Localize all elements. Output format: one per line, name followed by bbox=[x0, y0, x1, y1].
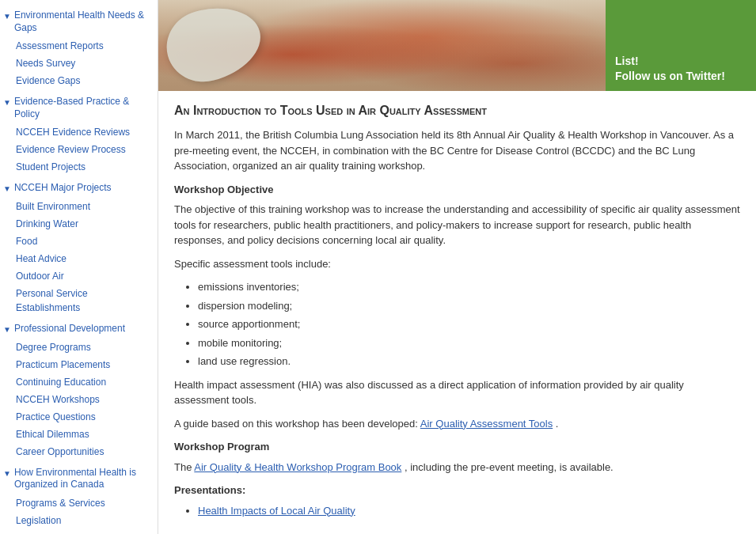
sidebar-item-practice-questions[interactable]: Practice Questions bbox=[13, 408, 158, 426]
sidebar-section-major-projects: ▼NCCEH Major ProjectsBuilt EnvironmentDr… bbox=[0, 179, 158, 316]
program-link[interactable]: Air Quality & Health Workshop Program Bo… bbox=[194, 461, 401, 473]
sidebar-item-programs-services[interactable]: Programs & Services bbox=[13, 494, 158, 512]
banner-visual bbox=[158, 0, 606, 91]
presentation-item-pres-1: Health Impacts of Local Air Quality bbox=[198, 503, 740, 519]
sidebar-item-heat-advice[interactable]: Heat Advice bbox=[13, 250, 158, 267]
tools-list: emissions inventories;dispersion modelin… bbox=[174, 279, 740, 369]
tool-item-3: mobile monitoring; bbox=[198, 335, 740, 351]
sidebar-item-review-process[interactable]: Evidence Review Process bbox=[13, 141, 158, 158]
guide-paragraph: A guide based on this workshop has been … bbox=[174, 416, 740, 432]
guide-link[interactable]: Air Quality Assessment Tools bbox=[420, 418, 553, 430]
sidebar-item-career-opps[interactable]: Career Opportunities bbox=[13, 443, 158, 460]
sidebar-item-food[interactable]: Food bbox=[13, 233, 158, 250]
sidebar-title-major-projects[interactable]: ▼NCCEH Major Projects bbox=[0, 179, 158, 198]
sidebar-title-text: How Environmental Health is Organized in… bbox=[14, 467, 151, 491]
twitter-promo: List! Follow us on Twitter! bbox=[615, 54, 747, 85]
arrow-icon: ▼ bbox=[3, 324, 11, 335]
sidebar-item-needs-survey[interactable]: Needs Survey bbox=[13, 55, 158, 72]
sidebar-item-drinking-water[interactable]: Drinking Water bbox=[13, 215, 158, 233]
sidebar-section-evidence-based: ▼Evidence-Based Practice & PolicyNCCEH E… bbox=[0, 93, 158, 176]
objective-body: The objective of this training workshop … bbox=[174, 202, 740, 248]
tool-item-4: land use regression. bbox=[198, 354, 740, 369]
sidebar-item-personal-service[interactable]: Personal Service Establishments bbox=[13, 285, 158, 316]
banner-right-panel: List! Follow us on Twitter! bbox=[606, 0, 756, 91]
banner: List! Follow us on Twitter! bbox=[158, 0, 756, 91]
presentation-link-pres-1[interactable]: Health Impacts of Local Air Quality bbox=[198, 505, 355, 517]
arrow-icon: ▼ bbox=[3, 11, 11, 21]
sidebar-section-prof-dev: ▼Professional DevelopmentDegree Programs… bbox=[0, 320, 158, 460]
sidebar-subitems-evidence-based: NCCEH Evidence ReviewsEvidence Review Pr… bbox=[0, 123, 158, 176]
sidebar: ▼Environmental Health Needs & GapsAssess… bbox=[0, 0, 158, 534]
sidebar-subitems-env-health: Assessment ReportsNeeds SurveyEvidence G… bbox=[0, 37, 158, 89]
tool-item-0: emissions inventories; bbox=[198, 279, 740, 295]
sidebar-title-text: Environmental Health Needs & Gaps bbox=[14, 9, 151, 34]
article-title: An Introduction to Tools Used in Air Qua… bbox=[174, 104, 740, 118]
program-text-before: The bbox=[174, 461, 192, 473]
sidebar-item-student-projects[interactable]: Student Projects bbox=[13, 158, 158, 176]
tool-item-2: source apportionment; bbox=[198, 316, 740, 332]
sidebar-subitems-prof-dev: Degree ProgramsPracticum PlacementsConti… bbox=[0, 339, 158, 460]
sidebar-item-ethical-dilemmas[interactable]: Ethical Dilemmas bbox=[13, 426, 158, 443]
sidebar-title-text: Evidence-Based Practice & Policy bbox=[14, 96, 151, 120]
banner-image bbox=[158, 0, 606, 91]
sidebar-title-how-env-health[interactable]: ▼How Environmental Health is Organized i… bbox=[0, 464, 158, 494]
arrow-icon: ▼ bbox=[3, 468, 11, 479]
hia-text: Health impact assessment (HIA) was also … bbox=[174, 377, 740, 408]
tool-item-1: dispersion modeling; bbox=[198, 298, 740, 314]
sidebar-title-evidence-based[interactable]: ▼Evidence-Based Practice & Policy bbox=[0, 93, 158, 123]
sidebar-item-practicum[interactable]: Practicum Placements bbox=[13, 356, 158, 373]
presentations-list: Health Impacts of Local Air Quality bbox=[174, 503, 740, 519]
presentations-heading: Presentations: bbox=[174, 483, 740, 498]
twitter-list-text: List! bbox=[615, 55, 639, 67]
guide-text-before: A guide based on this workshop has been … bbox=[174, 418, 418, 430]
arrow-icon: ▼ bbox=[3, 97, 11, 108]
sidebar-item-ncceh-reviews[interactable]: NCCEH Evidence Reviews bbox=[13, 123, 158, 141]
sidebar-item-degree-programs[interactable]: Degree Programs bbox=[13, 339, 158, 356]
article-intro: In March 2011, the British Columbia Lung… bbox=[174, 127, 740, 174]
sidebar-item-outdoor-air[interactable]: Outdoor Air bbox=[13, 267, 158, 285]
content-main: An Introduction to Tools Used in Air Qua… bbox=[158, 91, 756, 534]
main-area: List! Follow us on Twitter! An Introduct… bbox=[158, 0, 756, 534]
sidebar-item-evidence-gaps[interactable]: Evidence Gaps bbox=[13, 72, 158, 89]
program-heading: Workshop Program bbox=[174, 439, 740, 455]
sidebar-title-env-health[interactable]: ▼Environmental Health Needs & Gaps bbox=[0, 6, 158, 37]
sidebar-subitems-major-projects: Built EnvironmentDrinking WaterFoodHeat … bbox=[0, 198, 158, 316]
sidebar-section-env-health: ▼Environmental Health Needs & GapsAssess… bbox=[0, 6, 158, 89]
sidebar-item-assessment-reports[interactable]: Assessment Reports bbox=[13, 37, 158, 55]
program-text-after: , including the pre-event meeting, is av… bbox=[405, 461, 614, 473]
sidebar-item-continuing-ed[interactable]: Continuing Education bbox=[13, 373, 158, 391]
content-wrapper: An Introduction to Tools Used in Air Qua… bbox=[158, 91, 756, 534]
sidebar-title-text: NCCEH Major Projects bbox=[14, 182, 112, 195]
arrow-icon: ▼ bbox=[3, 184, 11, 194]
article-body: In March 2011, the British Columbia Lung… bbox=[174, 127, 740, 518]
sidebar-item-legislation[interactable]: Legislation bbox=[13, 512, 158, 529]
sidebar-section-how-env-health: ▼How Environmental Health is Organized i… bbox=[0, 464, 158, 529]
objective-heading: Workshop Objective bbox=[174, 182, 740, 198]
sidebar-item-built-env[interactable]: Built Environment bbox=[13, 198, 158, 215]
twitter-follow-text: Follow us on Twitter! bbox=[615, 70, 725, 82]
tools-intro: Specific assessment tools include: bbox=[174, 256, 740, 272]
sidebar-item-ncceh-workshops[interactable]: NCCEH Workshops bbox=[13, 391, 158, 408]
program-paragraph: The Air Quality & Health Workshop Progra… bbox=[174, 460, 740, 475]
sidebar-title-prof-dev[interactable]: ▼Professional Development bbox=[0, 320, 158, 339]
guide-text-after: . bbox=[556, 418, 559, 430]
sidebar-subitems-how-env-health: Programs & ServicesLegislation bbox=[0, 494, 158, 529]
sidebar-title-text: Professional Development bbox=[14, 323, 125, 335]
